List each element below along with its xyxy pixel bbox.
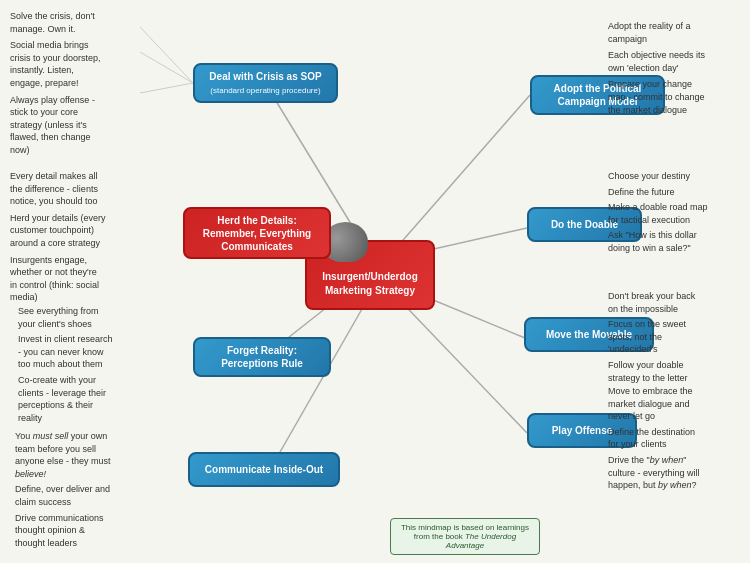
bullets-move: Don't break your backon the impossible F… (608, 290, 746, 386)
bullet-item: Move to embrace themarket dialogue andne… (608, 385, 746, 423)
bullet-item: Invest in client research- you can never… (18, 333, 166, 371)
bullet-item: Solve the crisis, don'tmanage. Own it. (10, 10, 150, 35)
svg-line-1 (390, 95, 530, 255)
bullet-item: See everything fromyour client's shoes (18, 305, 166, 330)
bullet-item: Co-create with yourclients - leverage th… (18, 374, 166, 424)
bullet-item: Always play offense -stick to your cores… (10, 94, 150, 157)
bullet-item: Drive communicationsthought opinion &tho… (15, 512, 163, 550)
bullets-deal-crisis: Solve the crisis, don'tmanage. Own it. S… (10, 10, 150, 159)
bullet-item: Ask "How is this dollardoing to win a sa… (608, 229, 746, 254)
branch-forget-reality: Forget Reality:Perceptions Rule (193, 337, 331, 377)
bullet-item: You must sell your ownteam before you se… (15, 430, 163, 480)
info-text: This mindmap is based on learnings from … (401, 523, 529, 550)
bullet-item: Don't break your backon the impossible (608, 290, 746, 315)
svg-line-6 (390, 290, 527, 433)
bullets-doable: Choose your destiny Define the future Ma… (608, 170, 746, 257)
branch-label: Play Offense (552, 424, 613, 437)
bullet-item: Insurgents engage,whether or not they're… (10, 254, 158, 304)
svg-line-7 (268, 295, 370, 473)
branch-herd-details: Herd the Details:Remember, EverythingCom… (183, 207, 331, 259)
bullet-item: Each objective needs itsown 'election da… (608, 49, 746, 74)
bullets-political: Adopt the reality of acampaign Each obje… (608, 20, 746, 118)
bullets-offense: Move to embrace themarket dialogue andne… (608, 385, 746, 494)
branch-label: Deal with Crisis as SOP(standard operati… (209, 70, 321, 96)
bullets-herd: Every detail makes allthe difference - c… (10, 170, 158, 306)
bullet-item: Herd your details (everycustomer touchpo… (10, 212, 158, 250)
bullet-item: Drive the "by when"culture - everything … (608, 454, 746, 492)
branch-communicate: Communicate Inside-Out (188, 452, 340, 487)
bullet-item: Focus on the sweetspots, not the'undecid… (608, 318, 746, 356)
bullet-item: Adopt the reality of acampaign (608, 20, 746, 45)
branch-deal-crisis: Deal with Crisis as SOP(standard operati… (193, 63, 338, 103)
bullet-item: Prepare your changemap - commit to chang… (608, 78, 746, 116)
bullet-item: Follow your doablestrategy to the letter (608, 359, 746, 384)
bullet-item: Social media bringscrisis to your doorst… (10, 39, 150, 89)
bullets-forget: See everything fromyour client's shoes I… (18, 305, 166, 426)
branch-label: Herd the Details:Remember, EverythingCom… (203, 214, 311, 253)
bullet-item: Make a doable road mapfor tactical execu… (608, 201, 746, 226)
bullets-communicate: You must sell your ownteam before you se… (15, 430, 163, 551)
info-box: This mindmap is based on learnings from … (390, 518, 540, 555)
bullet-item: Define the future (608, 186, 746, 199)
bullet-item: Every detail makes allthe difference - c… (10, 170, 158, 208)
bullet-item: Define, over deliver andclaim success (15, 483, 163, 508)
bullet-item: Define the destinationfor your clients (608, 426, 746, 451)
bullet-item: Choose your destiny (608, 170, 746, 183)
branch-label: Communicate Inside-Out (205, 463, 323, 476)
branch-label: Forget Reality:Perceptions Rule (221, 344, 303, 370)
